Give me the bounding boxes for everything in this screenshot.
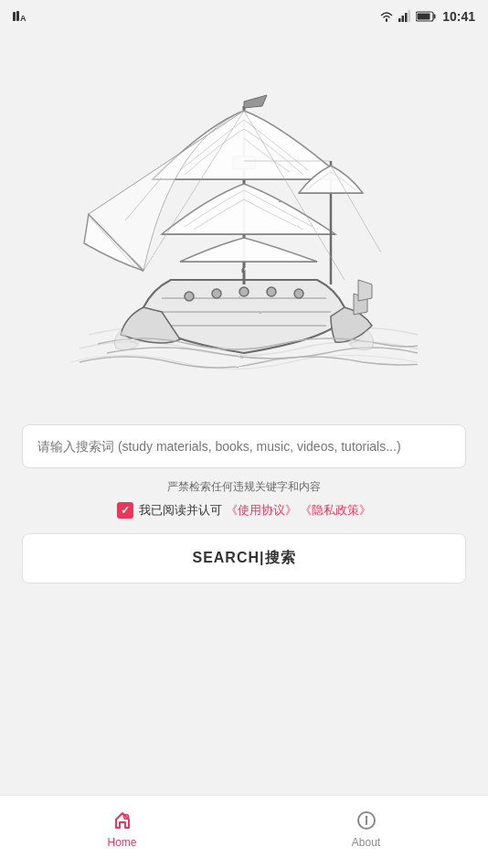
search-button[interactable]: SEARCH|搜索	[22, 533, 466, 584]
nav-item-home[interactable]: Home	[0, 809, 244, 856]
carrier-icon: A	[13, 10, 31, 23]
svg-line-26	[331, 166, 381, 252]
svg-rect-1	[16, 11, 19, 21]
status-right: 10:41	[379, 9, 475, 24]
svg-rect-4	[402, 16, 405, 22]
nav-label-home: Home	[107, 836, 136, 849]
search-input-wrapper[interactable]	[22, 424, 466, 468]
svg-point-14	[294, 289, 303, 298]
signal-icon	[398, 10, 411, 23]
svg-point-10	[185, 292, 194, 301]
search-area: 严禁检索任何违规关键字和内容 我已阅读并认可 《使用协议》 《隐私政策》 SEA…	[0, 424, 488, 584]
hero-image	[0, 33, 488, 417]
agreement-label: 我已阅读并认可 《使用协议》 《隐私政策》	[139, 502, 371, 519]
svg-point-31	[366, 816, 366, 817]
nav-label-about: About	[352, 836, 380, 849]
nav-item-about[interactable]: About	[244, 809, 488, 856]
privacy-link[interactable]: 《隐私政策》	[300, 503, 371, 517]
svg-rect-5	[405, 13, 408, 22]
svg-text:A: A	[20, 14, 27, 23]
warning-text: 严禁检索任何违规关键字和内容	[22, 479, 466, 495]
svg-rect-8	[434, 15, 436, 19]
status-left: A	[13, 10, 31, 23]
svg-point-11	[212, 289, 221, 298]
battery-icon	[416, 11, 436, 22]
about-icon	[355, 809, 378, 832]
wifi-icon	[379, 10, 394, 23]
search-input[interactable]	[37, 439, 451, 454]
status-bar: A 10:41	[0, 0, 488, 33]
svg-rect-3	[398, 18, 401, 22]
svg-rect-6	[408, 10, 411, 22]
terms-link[interactable]: 《使用协议》	[226, 503, 297, 517]
status-time: 10:41	[442, 9, 475, 24]
ship-illustration	[70, 51, 418, 399]
agreement-row: 我已阅读并认可 《使用协议》 《隐私政策》	[22, 502, 466, 519]
agreement-checkbox[interactable]	[117, 502, 133, 519]
svg-rect-0	[13, 12, 16, 21]
svg-point-12	[239, 287, 249, 296]
svg-point-13	[267, 287, 276, 296]
svg-rect-9	[418, 14, 430, 20]
bottom-nav: Home About	[0, 795, 488, 868]
home-icon	[111, 809, 134, 832]
